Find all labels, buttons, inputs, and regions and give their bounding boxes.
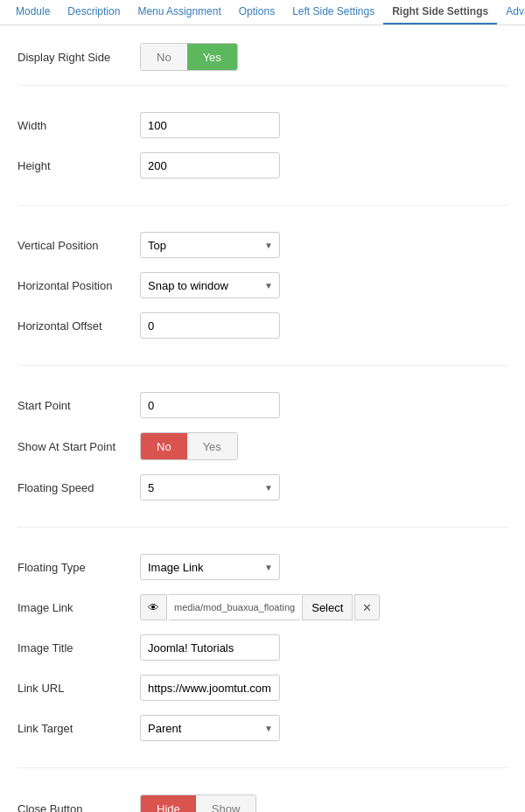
main-content: Display Right Side No Yes Width Height V… — [0, 25, 525, 812]
tab-description[interactable]: Description — [59, 0, 129, 24]
image-link-clear-button[interactable]: ✕ — [354, 594, 380, 620]
link-target-select-wrap: Parent _blank _self _top ▼ — [140, 715, 280, 741]
width-label: Width — [18, 119, 140, 132]
display-right-side-yes[interactable]: Yes — [187, 44, 237, 70]
tab-bar: Module Description Menu Assignment Optio… — [0, 0, 525, 25]
tab-left-side-settings[interactable]: Left Side Settings — [284, 0, 383, 24]
image-link-label: Image Link — [18, 601, 140, 614]
image-title-label: Image Title — [18, 641, 140, 654]
close-button-row: Close Button Hide Show — [18, 788, 508, 812]
floating-type-label: Floating Type — [18, 561, 140, 574]
show-at-start-point-row: Show At Start Point No Yes — [18, 425, 508, 467]
image-link-row: Image Link 👁 media/mod_buaxua_floating S… — [18, 587, 508, 627]
image-link-path: media/mod_buaxua_floating — [169, 594, 300, 620]
horizontal-position-label: Horizontal Position — [18, 279, 140, 292]
start-point-row: Start Point — [18, 385, 508, 425]
tab-menu-assignment[interactable]: Menu Assignment — [129, 0, 229, 24]
link-url-label: Link URL — [18, 682, 140, 695]
horizontal-position-select-wrap: Snap to window Left Right Center ▼ — [140, 272, 280, 298]
horizontal-offset-row: Horizontal Offset — [18, 305, 508, 346]
vertical-position-label: Vertical Position — [18, 239, 140, 252]
floating-speed-row: Floating Speed 1234 5678910 ▼ — [18, 467, 508, 508]
height-row: Height — [18, 145, 508, 186]
floating-speed-label: Floating Speed — [18, 481, 140, 494]
floating-speed-select[interactable]: 1234 5678910 — [140, 474, 280, 500]
link-url-input[interactable] — [140, 675, 280, 701]
tab-right-side-settings[interactable]: Right Side Settings — [383, 0, 497, 24]
link-url-row: Link URL — [18, 668, 508, 708]
show-at-start-point-yes[interactable]: Yes — [187, 433, 237, 459]
show-at-start-point-toggle[interactable]: No Yes — [140, 432, 238, 460]
display-right-side-label: Display Right Side — [18, 51, 140, 64]
tab-options[interactable]: Options — [230, 0, 284, 24]
image-link-eye-button[interactable]: 👁 — [140, 594, 167, 620]
display-right-side-row: Display Right Side No Yes — [18, 36, 508, 78]
start-point-label: Start Point — [18, 399, 140, 412]
close-button-hide[interactable]: Hide — [141, 795, 196, 812]
close-button-show[interactable]: Show — [196, 795, 256, 812]
floating-speed-select-wrap: 1234 5678910 ▼ — [140, 474, 280, 500]
link-target-label: Link Target — [18, 722, 140, 735]
image-link-controls: 👁 media/mod_buaxua_floating Select ✕ — [140, 594, 380, 620]
image-title-row: Image Title — [18, 627, 508, 668]
floating-type-select-wrap: Image Link Text Link Custom HTML ▼ — [140, 554, 280, 580]
horizontal-position-row: Horizontal Position Snap to window Left … — [18, 265, 508, 305]
vertical-position-select[interactable]: Top Middle Bottom — [140, 232, 280, 258]
show-at-start-point-no[interactable]: No — [141, 433, 187, 459]
vertical-position-select-wrap: Top Middle Bottom ▼ — [140, 232, 280, 258]
horizontal-position-select[interactable]: Snap to window Left Right Center — [140, 272, 280, 298]
floating-type-row: Floating Type Image Link Text Link Custo… — [18, 547, 508, 587]
tab-module[interactable]: Module — [7, 0, 59, 24]
vertical-position-row: Vertical Position Top Middle Bottom ▼ — [18, 225, 508, 265]
link-target-select[interactable]: Parent _blank _self _top — [140, 715, 280, 741]
width-row: Width — [18, 105, 508, 145]
times-icon: ✕ — [362, 601, 372, 614]
tab-advanced[interactable]: Advanced — [497, 0, 525, 24]
close-button-toggle[interactable]: Hide Show — [140, 794, 256, 812]
width-input[interactable] — [140, 112, 280, 138]
show-at-start-point-label: Show At Start Point — [18, 440, 140, 453]
floating-type-select[interactable]: Image Link Text Link Custom HTML — [140, 554, 280, 580]
image-link-select-button[interactable]: Select — [302, 594, 353, 620]
display-right-side-toggle[interactable]: No Yes — [140, 43, 238, 71]
height-input[interactable] — [140, 152, 280, 178]
height-label: Height — [18, 159, 140, 172]
start-point-input[interactable] — [140, 392, 280, 418]
image-title-input[interactable] — [140, 634, 280, 661]
close-button-label: Close Button — [18, 802, 140, 813]
horizontal-offset-label: Horizontal Offset — [18, 319, 140, 332]
display-right-side-no[interactable]: No — [141, 44, 187, 70]
horizontal-offset-input[interactable] — [140, 312, 280, 339]
eye-icon: 👁 — [148, 601, 159, 614]
link-target-row: Link Target Parent _blank _self _top ▼ — [18, 708, 508, 748]
